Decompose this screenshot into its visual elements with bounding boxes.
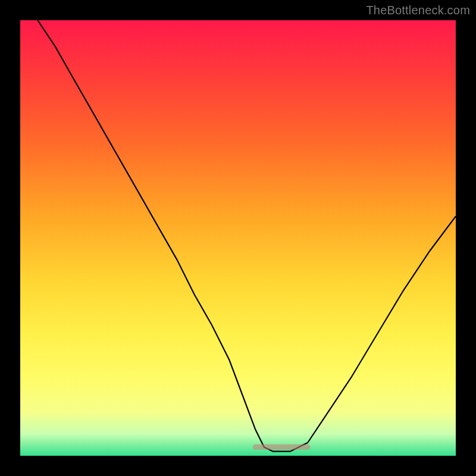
bottleneck-curve-path: [37, 20, 456, 452]
watermark-text: TheBottleneck.com: [366, 4, 470, 17]
chart-svg: [20, 20, 456, 456]
chart-plot-area: [20, 20, 456, 456]
